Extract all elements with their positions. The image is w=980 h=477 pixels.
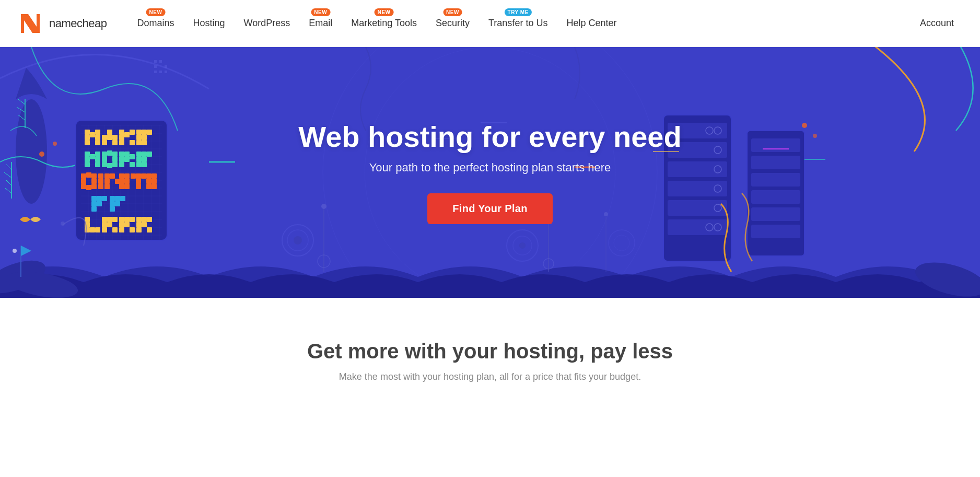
svg-rect-50 (136, 135, 142, 140)
svg-rect-52 (142, 130, 147, 135)
nav-label-email: Email (309, 18, 332, 29)
svg-rect-141 (112, 227, 118, 232)
svg-rect-64 (102, 157, 107, 162)
svg-rect-134 (95, 227, 100, 232)
svg-rect-129 (115, 201, 120, 206)
svg-rect-57 (85, 157, 90, 162)
nav-item-transfer[interactable]: TRY ME Transfer to Us (479, 0, 557, 47)
svg-rect-104 (124, 173, 130, 179)
svg-rect-86 (81, 179, 86, 184)
svg-rect-126 (110, 206, 115, 212)
svg-rect-172 (751, 138, 800, 152)
below-fold-subtitle: Make the most with your hosting plan, al… (17, 371, 963, 382)
nav-item-security[interactable]: NEW Security (426, 0, 479, 47)
svg-rect-111 (141, 173, 146, 179)
svg-rect-77 (130, 162, 135, 167)
svg-point-196 (802, 123, 807, 128)
svg-rect-155 (147, 227, 152, 232)
svg-rect-115 (151, 173, 157, 179)
svg-rect-117 (151, 184, 157, 189)
svg-rect-136 (102, 222, 107, 227)
svg-rect-93 (98, 173, 103, 179)
svg-rect-79 (136, 157, 142, 162)
logo-text: namecheap (49, 17, 107, 30)
svg-rect-34 (95, 130, 100, 135)
find-plan-button[interactable]: Find Your Plan (427, 193, 552, 224)
svg-rect-40 (107, 135, 112, 140)
svg-rect-149 (136, 217, 142, 222)
logo[interactable]: namecheap (17, 10, 107, 37)
svg-rect-72 (119, 157, 124, 162)
svg-rect-44 (119, 135, 124, 140)
svg-rect-127 (115, 196, 120, 201)
svg-rect-78 (136, 152, 142, 157)
badge-tryme-transfer: TRY ME (505, 8, 532, 16)
svg-rect-36 (95, 140, 100, 145)
svg-rect-174 (751, 173, 800, 187)
svg-rect-94 (98, 179, 103, 184)
svg-rect-90 (91, 173, 97, 179)
nav-label-marketing: Marketing Tools (351, 18, 417, 29)
nav-item-help[interactable]: Help Center (557, 0, 626, 47)
nav-item-account[interactable]: Account (911, 18, 963, 29)
nav-item-email[interactable]: NEW Email (299, 0, 342, 47)
hero-section: Web hosting for every need Your path to … (0, 47, 980, 298)
svg-rect-55 (147, 130, 152, 135)
svg-rect-116 (151, 179, 157, 184)
svg-rect-148 (130, 227, 135, 232)
svg-rect-74 (124, 152, 130, 157)
svg-rect-139 (112, 217, 118, 222)
svg-rect-147 (124, 222, 130, 227)
svg-rect-95 (98, 184, 103, 189)
svg-rect-32 (85, 140, 90, 145)
svg-rect-89 (86, 185, 91, 190)
svg-rect-110 (136, 184, 141, 189)
nav-item-wordpress[interactable]: WordPress (235, 0, 300, 47)
nav-item-hosting[interactable]: Hosting (184, 0, 235, 47)
svg-rect-98 (104, 184, 110, 189)
svg-rect-75 (130, 154, 135, 159)
svg-rect-83 (142, 162, 147, 167)
svg-point-193 (13, 249, 17, 253)
svg-rect-209 (154, 60, 157, 63)
svg-rect-97 (104, 179, 110, 184)
svg-rect-128 (120, 196, 125, 201)
svg-rect-82 (142, 157, 147, 162)
svg-rect-85 (81, 173, 86, 179)
nav-item-domains[interactable]: NEW Domains (127, 0, 183, 47)
svg-rect-58 (85, 162, 90, 167)
badge-new-security: NEW (443, 8, 462, 16)
svg-rect-99 (110, 173, 115, 179)
svg-rect-107 (131, 173, 136, 179)
svg-rect-124 (110, 196, 115, 201)
svg-rect-70 (112, 162, 118, 167)
svg-rect-119 (91, 201, 97, 206)
svg-rect-61 (95, 157, 100, 162)
below-fold-title: Get more with your hosting, pay less (17, 340, 963, 363)
svg-rect-101 (119, 173, 124, 179)
svg-rect-31 (85, 135, 90, 140)
svg-rect-121 (97, 196, 102, 201)
svg-rect-60 (95, 152, 100, 157)
svg-rect-106 (124, 184, 130, 189)
svg-rect-152 (142, 217, 147, 222)
svg-rect-65 (102, 162, 107, 167)
svg-rect-114 (146, 184, 151, 189)
logo-icon (17, 10, 44, 37)
svg-rect-146 (130, 217, 135, 222)
svg-point-183 (519, 242, 526, 249)
nav-label-help: Help Center (566, 18, 616, 29)
svg-rect-211 (154, 65, 157, 68)
svg-rect-212 (165, 65, 167, 68)
nav-label-hosting: Hosting (193, 18, 225, 29)
svg-point-197 (813, 134, 817, 138)
svg-rect-213 (154, 71, 157, 73)
badge-new-email: NEW (311, 8, 330, 16)
svg-rect-135 (102, 217, 107, 222)
svg-rect-118 (91, 196, 97, 201)
svg-rect-109 (136, 179, 141, 184)
svg-rect-81 (142, 152, 147, 157)
svg-rect-63 (102, 152, 107, 157)
nav-item-marketing-tools[interactable]: NEW Marketing Tools (342, 0, 426, 47)
svg-point-194 (39, 152, 44, 157)
